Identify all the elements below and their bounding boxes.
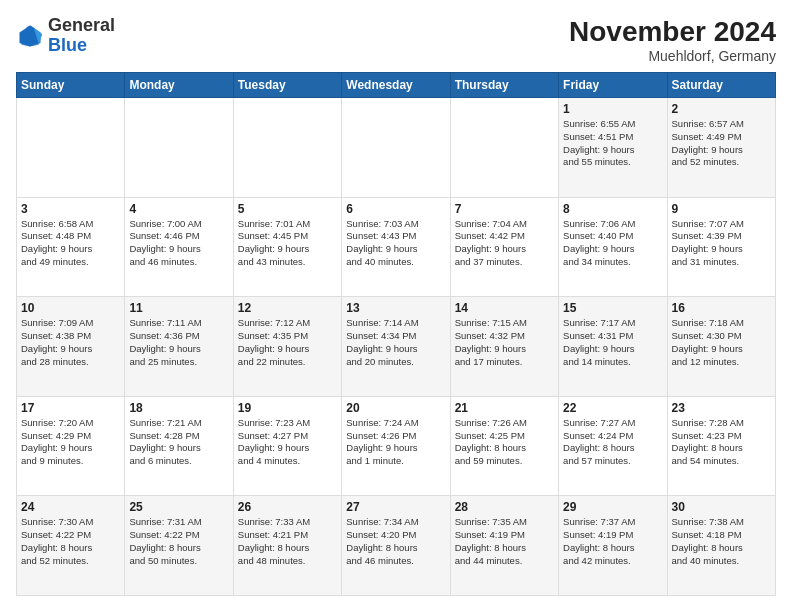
month-title: November 2024 (569, 16, 776, 48)
day-number: 2 (672, 102, 771, 116)
day-number: 17 (21, 401, 120, 415)
day-info: Sunrise: 7:00 AM Sunset: 4:46 PM Dayligh… (129, 218, 228, 269)
day-info: Sunrise: 7:04 AM Sunset: 4:42 PM Dayligh… (455, 218, 554, 269)
day-info: Sunrise: 7:30 AM Sunset: 4:22 PM Dayligh… (21, 516, 120, 567)
weekday-header-tuesday: Tuesday (233, 73, 341, 98)
calendar-cell: 7Sunrise: 7:04 AM Sunset: 4:42 PM Daylig… (450, 197, 558, 297)
day-number: 24 (21, 500, 120, 514)
calendar-cell: 3Sunrise: 6:58 AM Sunset: 4:48 PM Daylig… (17, 197, 125, 297)
day-info: Sunrise: 7:28 AM Sunset: 4:23 PM Dayligh… (672, 417, 771, 468)
calendar-cell: 17Sunrise: 7:20 AM Sunset: 4:29 PM Dayli… (17, 396, 125, 496)
day-number: 18 (129, 401, 228, 415)
calendar-cell: 29Sunrise: 7:37 AM Sunset: 4:19 PM Dayli… (559, 496, 667, 596)
day-number: 10 (21, 301, 120, 315)
weekday-header-monday: Monday (125, 73, 233, 98)
calendar-cell: 18Sunrise: 7:21 AM Sunset: 4:28 PM Dayli… (125, 396, 233, 496)
day-info: Sunrise: 7:15 AM Sunset: 4:32 PM Dayligh… (455, 317, 554, 368)
day-number: 9 (672, 202, 771, 216)
day-info: Sunrise: 6:58 AM Sunset: 4:48 PM Dayligh… (21, 218, 120, 269)
day-info: Sunrise: 7:09 AM Sunset: 4:38 PM Dayligh… (21, 317, 120, 368)
day-number: 4 (129, 202, 228, 216)
day-number: 16 (672, 301, 771, 315)
day-info: Sunrise: 7:27 AM Sunset: 4:24 PM Dayligh… (563, 417, 662, 468)
calendar-cell: 14Sunrise: 7:15 AM Sunset: 4:32 PM Dayli… (450, 297, 558, 397)
calendar-cell: 5Sunrise: 7:01 AM Sunset: 4:45 PM Daylig… (233, 197, 341, 297)
day-info: Sunrise: 7:20 AM Sunset: 4:29 PM Dayligh… (21, 417, 120, 468)
week-row-2: 10Sunrise: 7:09 AM Sunset: 4:38 PM Dayli… (17, 297, 776, 397)
day-number: 28 (455, 500, 554, 514)
weekday-header-sunday: Sunday (17, 73, 125, 98)
location: Muehldorf, Germany (569, 48, 776, 64)
day-info: Sunrise: 7:34 AM Sunset: 4:20 PM Dayligh… (346, 516, 445, 567)
page: General Blue November 2024 Muehldorf, Ge… (0, 0, 792, 612)
day-info: Sunrise: 7:18 AM Sunset: 4:30 PM Dayligh… (672, 317, 771, 368)
calendar-cell: 25Sunrise: 7:31 AM Sunset: 4:22 PM Dayli… (125, 496, 233, 596)
weekday-header-saturday: Saturday (667, 73, 775, 98)
calendar-cell: 4Sunrise: 7:00 AM Sunset: 4:46 PM Daylig… (125, 197, 233, 297)
header: General Blue November 2024 Muehldorf, Ge… (16, 16, 776, 64)
day-info: Sunrise: 7:03 AM Sunset: 4:43 PM Dayligh… (346, 218, 445, 269)
logo: General Blue (16, 16, 115, 56)
calendar-cell: 27Sunrise: 7:34 AM Sunset: 4:20 PM Dayli… (342, 496, 450, 596)
week-row-3: 17Sunrise: 7:20 AM Sunset: 4:29 PM Dayli… (17, 396, 776, 496)
day-info: Sunrise: 7:33 AM Sunset: 4:21 PM Dayligh… (238, 516, 337, 567)
day-info: Sunrise: 7:35 AM Sunset: 4:19 PM Dayligh… (455, 516, 554, 567)
day-number: 22 (563, 401, 662, 415)
day-number: 5 (238, 202, 337, 216)
week-row-0: 1Sunrise: 6:55 AM Sunset: 4:51 PM Daylig… (17, 98, 776, 198)
calendar-cell: 30Sunrise: 7:38 AM Sunset: 4:18 PM Dayli… (667, 496, 775, 596)
day-info: Sunrise: 7:23 AM Sunset: 4:27 PM Dayligh… (238, 417, 337, 468)
day-info: Sunrise: 6:55 AM Sunset: 4:51 PM Dayligh… (563, 118, 662, 169)
day-info: Sunrise: 7:07 AM Sunset: 4:39 PM Dayligh… (672, 218, 771, 269)
day-info: Sunrise: 7:31 AM Sunset: 4:22 PM Dayligh… (129, 516, 228, 567)
day-info: Sunrise: 7:11 AM Sunset: 4:36 PM Dayligh… (129, 317, 228, 368)
day-number: 30 (672, 500, 771, 514)
day-number: 14 (455, 301, 554, 315)
day-info: Sunrise: 7:37 AM Sunset: 4:19 PM Dayligh… (563, 516, 662, 567)
day-info: Sunrise: 7:17 AM Sunset: 4:31 PM Dayligh… (563, 317, 662, 368)
day-number: 7 (455, 202, 554, 216)
calendar-header-row: SundayMondayTuesdayWednesdayThursdayFrid… (17, 73, 776, 98)
calendar-cell: 24Sunrise: 7:30 AM Sunset: 4:22 PM Dayli… (17, 496, 125, 596)
calendar-cell: 10Sunrise: 7:09 AM Sunset: 4:38 PM Dayli… (17, 297, 125, 397)
day-info: Sunrise: 7:38 AM Sunset: 4:18 PM Dayligh… (672, 516, 771, 567)
calendar-cell (342, 98, 450, 198)
calendar-cell: 1Sunrise: 6:55 AM Sunset: 4:51 PM Daylig… (559, 98, 667, 198)
calendar-cell: 21Sunrise: 7:26 AM Sunset: 4:25 PM Dayli… (450, 396, 558, 496)
calendar-cell (450, 98, 558, 198)
logo-general-text: General (48, 15, 115, 35)
calendar-cell (17, 98, 125, 198)
day-number: 25 (129, 500, 228, 514)
calendar-cell: 22Sunrise: 7:27 AM Sunset: 4:24 PM Dayli… (559, 396, 667, 496)
calendar-cell: 12Sunrise: 7:12 AM Sunset: 4:35 PM Dayli… (233, 297, 341, 397)
day-number: 20 (346, 401, 445, 415)
calendar-cell: 20Sunrise: 7:24 AM Sunset: 4:26 PM Dayli… (342, 396, 450, 496)
day-number: 23 (672, 401, 771, 415)
logo-icon (16, 22, 44, 50)
day-number: 1 (563, 102, 662, 116)
calendar-cell (125, 98, 233, 198)
logo-blue-text: Blue (48, 35, 87, 55)
day-info: Sunrise: 7:26 AM Sunset: 4:25 PM Dayligh… (455, 417, 554, 468)
calendar-cell: 8Sunrise: 7:06 AM Sunset: 4:40 PM Daylig… (559, 197, 667, 297)
calendar-cell: 13Sunrise: 7:14 AM Sunset: 4:34 PM Dayli… (342, 297, 450, 397)
calendar-cell: 11Sunrise: 7:11 AM Sunset: 4:36 PM Dayli… (125, 297, 233, 397)
day-info: Sunrise: 7:14 AM Sunset: 4:34 PM Dayligh… (346, 317, 445, 368)
day-number: 15 (563, 301, 662, 315)
week-row-4: 24Sunrise: 7:30 AM Sunset: 4:22 PM Dayli… (17, 496, 776, 596)
day-number: 11 (129, 301, 228, 315)
calendar-cell: 28Sunrise: 7:35 AM Sunset: 4:19 PM Dayli… (450, 496, 558, 596)
calendar-cell: 19Sunrise: 7:23 AM Sunset: 4:27 PM Dayli… (233, 396, 341, 496)
day-number: 29 (563, 500, 662, 514)
day-info: Sunrise: 7:06 AM Sunset: 4:40 PM Dayligh… (563, 218, 662, 269)
day-number: 19 (238, 401, 337, 415)
week-row-1: 3Sunrise: 6:58 AM Sunset: 4:48 PM Daylig… (17, 197, 776, 297)
calendar-cell: 2Sunrise: 6:57 AM Sunset: 4:49 PM Daylig… (667, 98, 775, 198)
day-info: Sunrise: 7:01 AM Sunset: 4:45 PM Dayligh… (238, 218, 337, 269)
calendar-cell: 23Sunrise: 7:28 AM Sunset: 4:23 PM Dayli… (667, 396, 775, 496)
day-info: Sunrise: 7:21 AM Sunset: 4:28 PM Dayligh… (129, 417, 228, 468)
day-info: Sunrise: 7:24 AM Sunset: 4:26 PM Dayligh… (346, 417, 445, 468)
day-number: 12 (238, 301, 337, 315)
calendar-cell: 26Sunrise: 7:33 AM Sunset: 4:21 PM Dayli… (233, 496, 341, 596)
svg-marker-2 (21, 25, 39, 46)
